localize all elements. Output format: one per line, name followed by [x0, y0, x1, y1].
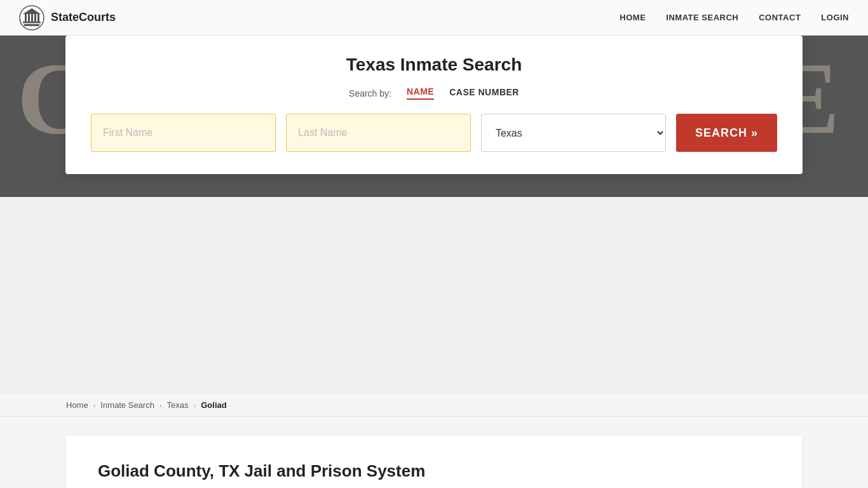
svg-marker-8: [23, 8, 41, 14]
breadcrumb-home[interactable]: Home: [66, 400, 88, 410]
main-content: Goliad County, TX Jail and Prison System…: [0, 417, 868, 488]
nav-login[interactable]: LOGIN: [821, 13, 849, 22]
nav-home[interactable]: HOME: [620, 13, 646, 22]
svg-rect-5: [31, 14, 33, 22]
svg-rect-6: [34, 14, 36, 22]
breadcrumb-texas[interactable]: Texas: [167, 400, 189, 410]
svg-rect-3: [25, 14, 27, 22]
state-select[interactable]: TexasAlabamaAlaskaArizonaArkansasCalifor…: [481, 114, 666, 152]
svg-rect-2: [23, 22, 41, 24]
search-inputs-row: TexasAlabamaAlaskaArizonaArkansasCalifor…: [91, 114, 777, 152]
search-card-title: Texas Inmate Search: [91, 55, 777, 75]
svg-rect-1: [24, 24, 39, 26]
navbar: StateCourts HOME INMATE SEARCH CONTACT L…: [0, 0, 868, 36]
hero-section: COURTHOUSE StateCourts HOME INMATE SEARC…: [0, 0, 868, 197]
svg-rect-4: [28, 14, 30, 22]
search-by-label: Search by:: [349, 88, 391, 98]
first-name-input[interactable]: [91, 114, 276, 152]
content-card: Goliad County, TX Jail and Prison System…: [66, 436, 802, 488]
tab-name[interactable]: NAME: [407, 86, 434, 100]
breadcrumb-inmate-search[interactable]: Inmate Search: [100, 400, 154, 410]
search-button[interactable]: SEARCH »: [676, 114, 777, 152]
statecourts-logo-icon: [19, 5, 44, 30]
breadcrumb-current: Goliad: [201, 400, 226, 410]
bc-sep-1: ›: [93, 402, 96, 409]
bc-sep-2: ›: [159, 402, 162, 409]
nav-inmate-search[interactable]: INMATE SEARCH: [666, 13, 738, 22]
content-title: Goliad County, TX Jail and Prison System: [98, 461, 770, 481]
bc-sep-3: ›: [194, 402, 196, 409]
svg-rect-7: [37, 14, 39, 22]
nav-links: HOME INMATE SEARCH CONTACT LOGIN: [620, 13, 849, 22]
search-card: Texas Inmate Search Search by: NAME CASE…: [65, 36, 803, 174]
logo-text: StateCourts: [51, 11, 116, 24]
search-by-row: Search by: NAME CASE NUMBER: [91, 86, 777, 100]
tab-case-number[interactable]: CASE NUMBER: [449, 87, 519, 99]
breadcrumb: Home › Inmate Search › Texas › Goliad: [0, 394, 868, 417]
last-name-input[interactable]: [286, 114, 471, 152]
logo-link[interactable]: StateCourts: [19, 5, 116, 30]
nav-contact[interactable]: CONTACT: [759, 13, 801, 22]
